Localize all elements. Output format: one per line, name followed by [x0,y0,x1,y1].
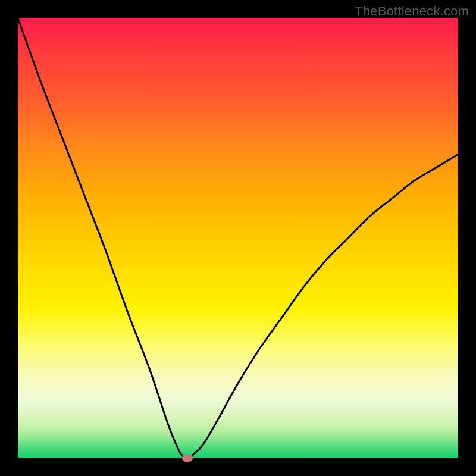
chart-frame: TheBottleneck.com [0,0,476,476]
optimal-marker [182,455,193,462]
watermark-text: TheBottleneck.com [355,4,469,19]
plot-area [18,18,458,458]
bottleneck-curve [18,18,458,458]
